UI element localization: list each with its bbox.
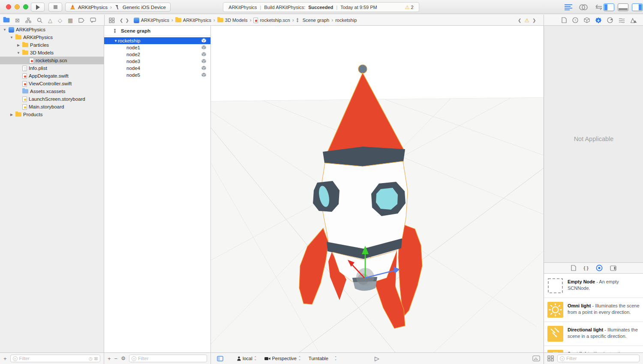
scene-node[interactable]: node5 (104, 72, 210, 78)
scene-editor-viewport[interactable] (211, 26, 544, 352)
nav-item-appdelegate[interactable]: AppDelegate.swift (0, 72, 104, 80)
toggle-debug-area-button[interactable] (618, 3, 628, 11)
library-item-omni-light[interactable]: Omni light - Illuminates the scene from … (544, 298, 643, 322)
symbol-navigator-icon[interactable] (25, 18, 31, 23)
assistant-editor-icon[interactable] (579, 4, 588, 11)
toggle-inspector-button[interactable] (632, 3, 643, 11)
scene-node[interactable]: node1 (104, 44, 210, 51)
previous-issue-button[interactable]: ❮ (518, 18, 521, 23)
physics-inspector-icon[interactable] (607, 17, 613, 23)
file-inspector-icon[interactable] (562, 17, 567, 23)
svg-text:?: ? (574, 18, 577, 22)
nav-item-group[interactable]: ▼ ARKitPhysics (0, 33, 104, 41)
nav-item-project[interactable]: ▼ ARKitPhysics (0, 26, 104, 33)
test-navigator-icon[interactable]: ◇ (58, 17, 62, 24)
code-snippet-library-icon[interactable]: { } (583, 265, 589, 271)
play-scene-button[interactable]: ▷ (375, 355, 379, 362)
standard-editor-icon[interactable] (564, 4, 573, 11)
warning-icon[interactable]: ⚠ (524, 17, 529, 24)
navigator-filter-field[interactable]: ▾ ◷ ⊠ (10, 355, 100, 362)
nav-item-rocketship-scn[interactable]: rocketship.scn (0, 57, 104, 64)
recent-files-icon[interactable]: ◷ (89, 356, 93, 361)
disclosure-triangle[interactable]: ▶ (9, 113, 14, 117)
breakpoint-navigator-icon[interactable] (78, 18, 84, 23)
library-view-mode-icon[interactable] (547, 355, 554, 361)
nav-item-3d-models[interactable]: ▼ 3D Models (0, 49, 104, 57)
snapshot-button[interactable] (532, 355, 540, 361)
scm-status-icon[interactable]: ⊠ (94, 356, 98, 361)
camera-selector[interactable]: Perspective ⌃⌄ (264, 356, 301, 361)
issue-navigator-icon[interactable]: △ (48, 17, 52, 24)
minimize-window-button[interactable] (15, 4, 20, 9)
breadcrumb-scene-graph[interactable]: Scene graph (296, 18, 329, 23)
hammer-icon (114, 4, 120, 10)
issue-stepper: ❮ ⚠ ❯ (518, 15, 536, 26)
coordinate-space-selector[interactable]: local ⌃⌄ (237, 356, 257, 361)
close-window-button[interactable] (6, 4, 11, 9)
disclosure-triangle[interactable]: ▼ (104, 39, 118, 43)
add-file-button[interactable]: + (3, 355, 7, 362)
scene-node[interactable]: node4 (104, 65, 210, 72)
object-library-icon[interactable] (596, 265, 603, 271)
debug-navigator-icon[interactable]: ▦ (68, 17, 73, 24)
stop-button[interactable] (48, 3, 62, 12)
report-navigator-icon[interactable] (90, 18, 96, 23)
scheme-selector[interactable]: ARKitPhysics › Generic iOS Device (65, 3, 171, 12)
go-forward-button[interactable]: ❯ (125, 18, 129, 23)
next-issue-button[interactable]: ❯ (532, 18, 536, 23)
node-cube-icon (201, 45, 206, 51)
nav-item-viewcontroller[interactable]: ViewController.swift (0, 80, 104, 87)
scene-inspector-icon[interactable] (619, 18, 625, 23)
folder-icon (22, 51, 28, 55)
scene-node-rocketship[interactable]: ▼ rocketship (104, 37, 210, 44)
file-template-library-icon[interactable] (571, 265, 576, 271)
disclosure-triangle[interactable]: ▼ (9, 36, 14, 39)
breadcrumb-group[interactable]: 3D Models (217, 18, 248, 23)
scene-node[interactable]: node3 (104, 58, 210, 65)
zoom-window-button[interactable] (23, 4, 28, 9)
warning-counter[interactable]: ⚠ 2 (405, 4, 414, 10)
library-filter-input[interactable] (566, 356, 637, 361)
nav-item-launchscreen[interactable]: LaunchScreen.storyboard (0, 95, 104, 103)
nav-item-main-storyboard[interactable]: Main.storyboard (0, 103, 104, 111)
library-item-spot-light[interactable]: Spot light - Illuminates the scene (544, 346, 643, 352)
project-navigator-icon[interactable] (3, 18, 10, 23)
action-gear-button[interactable]: ⚙ (121, 355, 126, 361)
scene-node[interactable]: node2 (104, 51, 210, 58)
navigator-filter-input[interactable] (19, 356, 87, 361)
breadcrumb-separator: › (171, 17, 173, 23)
node-inspector-icon[interactable] (584, 17, 590, 23)
nav-item-assets[interactable]: Assets.xcassets (0, 87, 104, 95)
nav-item-info-plist[interactable]: Info.plist (0, 64, 104, 72)
remove-node-button[interactable]: − (114, 355, 118, 362)
nav-item-products[interactable]: ▶ Products (0, 111, 104, 118)
search-navigator-icon[interactable] (37, 18, 42, 23)
add-node-button[interactable]: + (108, 355, 111, 362)
disclosure-triangle[interactable]: ▼ (3, 28, 7, 32)
disclosure-triangle[interactable]: ▶ (16, 43, 21, 47)
scene-graph-filter-input[interactable] (138, 356, 204, 361)
scene-graph-filter-field[interactable]: ▾ (129, 355, 207, 362)
library-item-directional-light[interactable]: Directional light - Illuminates the scen… (544, 322, 643, 346)
orbit-mode-selector[interactable]: Turntable ⌃⌄ (309, 356, 337, 361)
library-filter-field[interactable]: ▾ (557, 355, 640, 362)
breadcrumb-file[interactable]: rocketship.scn (253, 18, 290, 23)
run-button[interactable] (31, 3, 45, 12)
breadcrumb-node[interactable]: rocketship (335, 18, 357, 23)
nav-item-particles[interactable]: ▶ Particles (0, 41, 104, 49)
quick-help-inspector-icon[interactable]: ? (572, 17, 578, 23)
related-items-icon[interactable] (109, 18, 115, 23)
project-icon (134, 18, 139, 23)
toggle-scene-graph-button[interactable] (217, 356, 223, 361)
toggle-navigator-button[interactable] (604, 3, 614, 11)
level-inspector-icon[interactable] (631, 18, 637, 23)
breadcrumb-group[interactable]: ARKitPhysics (175, 18, 211, 23)
library-item-empty-node[interactable]: Empty Node - An empty SCNNode. (544, 274, 643, 298)
go-back-button[interactable]: ❮ (120, 18, 123, 23)
disclosure-triangle[interactable]: ▼ (16, 51, 21, 55)
breadcrumb-project[interactable]: ARKitPhysics (134, 18, 169, 23)
version-editor-icon[interactable] (594, 4, 604, 11)
attributes-inspector-icon[interactable] (595, 17, 601, 24)
media-library-icon[interactable] (610, 265, 616, 271)
source-control-navigator-icon[interactable]: ⊠ (15, 17, 20, 24)
